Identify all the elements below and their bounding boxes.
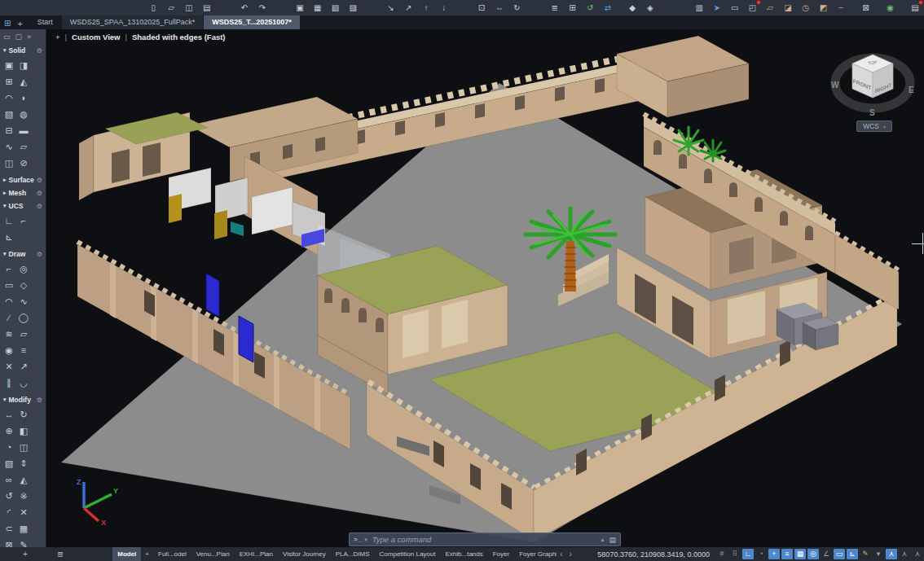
wedge-icon[interactable]: ◨ [16,57,31,73]
file-tab[interactable]: WSDS25_T...20251007* [204,15,300,29]
circle-icon[interactable]: ◎ [16,261,31,277]
wcs-dropdown[interactable]: WCS ▾ [856,121,892,132]
orbit-icon[interactable]: ↻ [511,2,523,14]
ellipse-icon[interactable]: ◯ [16,309,31,326]
export-icon[interactable]: ↗ [403,2,415,14]
print-icon[interactable]: ▣ [294,2,306,14]
expand-history-icon[interactable]: ▴ [601,536,604,543]
ucs-face-icon[interactable]: ⊾ [2,229,16,245]
new-drawing-tab-icon[interactable]: + [17,19,22,28]
help-book-icon[interactable]: ▥ [693,2,706,14]
ucs-icon[interactable]: ∟ [2,213,16,229]
wipeout-icon[interactable]: ▱ [16,326,31,342]
share-icon[interactable]: ⇄ [602,2,614,14]
slice-icon[interactable]: ▬ [16,122,31,138]
move-3d-icon[interactable]: ⇕ [16,455,31,471]
divider-icon[interactable]: − [835,2,847,14]
point-icon[interactable]: ✕ [2,358,16,375]
line-icon[interactable]: ∕ [2,309,16,326]
page-setup-icon[interactable]: ▧ [329,2,341,14]
drawing-alt-icon[interactable]: ◩ [817,2,829,14]
annotation-visibility-icon[interactable]: ✎ [860,549,871,559]
plot-icon[interactable]: ▦ [311,2,323,14]
recent-files-icon[interactable]: ◷ [799,2,812,14]
layout-frame-icon[interactable]: ⊠ [860,2,872,14]
ortho-icon[interactable]: ∟ [742,549,754,559]
command-line[interactable]: >_ ▾ Type a command ▴ ▤ [349,533,621,546]
extrude-face-icon[interactable]: ◧ [16,423,31,439]
layout-tab[interactable]: Model [112,547,141,561]
display-icon[interactable]: ▭ [728,2,741,14]
rotate-3d-icon[interactable]: ↺ [2,488,16,504]
presspull-icon[interactable]: ▧ [2,106,16,122]
section-plane-icon[interactable]: ⊘ [16,155,31,171]
scroll-left-icon[interactable]: ‹ [557,550,565,559]
publish-icon[interactable]: ▨ [347,2,359,14]
layout-tab[interactable]: Foyer Graphics [514,547,557,561]
interfere-icon[interactable]: ◫ [2,155,16,171]
dome-icon[interactable]: ◠ [2,90,16,106]
move-icon[interactable]: ↔ [2,406,16,423]
layout-tab[interactable]: PLA...DIMS [331,547,375,561]
annoautoscale-dropdown-icon[interactable]: ▾ [873,549,884,559]
app-menu-icon[interactable]: ⊞ [4,19,11,28]
new-file-icon[interactable]: ▯ [147,2,160,14]
overflow-chevrons-icon[interactable]: » [27,33,31,41]
customize-icon[interactable]: ▤ [609,536,616,544]
ucs-origin-icon[interactable]: ⌐ [16,213,31,229]
subtract-icon[interactable]: ⊟ [2,122,16,138]
revision-cloud-icon[interactable]: ◡ [16,375,31,391]
align-3d-icon[interactable]: ⊠ [2,537,16,547]
rotate-icon[interactable]: ↻ [16,406,31,423]
viewport-restore-icon[interactable]: ▭ [3,33,11,41]
layout-tab[interactable]: Exhib...tands [440,547,487,561]
offset-icon[interactable]: ⊂ [2,520,16,537]
pan-icon[interactable]: ⇔ [493,2,505,14]
import-icon[interactable]: ↘ [385,2,397,14]
layout-tab[interactable]: + [141,547,153,561]
explode-icon[interactable]: ※ [16,488,31,504]
redo-icon[interactable]: ↷ [256,2,268,14]
gear-icon[interactable]: ⚙ [37,397,42,404]
ucs-icon[interactable]: ⊾ [847,549,858,559]
snap-mode-icon[interactable]: ⠿ [729,549,741,559]
autodesk-connect-icon[interactable]: ◉ [884,2,896,14]
view-name-control[interactable]: Custom View [72,33,120,42]
batch-plot-icon[interactable]: ◈ [645,2,657,14]
polygon-icon[interactable]: ◇ [16,277,31,293]
sheet-icon[interactable]: ▱ [764,2,777,14]
visual-style-control[interactable]: Shaded with edges (Fast) [132,33,226,42]
osnap-3d-icon[interactable]: ◎ [807,549,819,559]
mirror-3d-icon[interactable]: ◭ [16,471,31,488]
undo-icon[interactable]: ↶ [239,2,251,14]
palette-section-header-ucs[interactable]: ▾ UCS ⚙ [0,200,46,212]
erase-icon[interactable]: ✎ [16,537,31,547]
chevron-down-icon[interactable]: ▾ [364,537,367,543]
scroll-right-icon[interactable]: › [566,550,575,559]
polar-tracking-icon[interactable]: + [768,549,780,559]
helix-icon[interactable]: ≋ [2,326,16,342]
status-add-icon[interactable]: + [23,550,28,559]
layout-tab[interactable]: Competition Layout [375,547,441,561]
drawing-viewport[interactable]: + | Custom View | Shaded with edges (Fas… [46,29,924,547]
zoom-window-icon[interactable]: ⊡ [476,2,488,14]
arc-icon[interactable]: ◠ [2,293,16,309]
layout-tab[interactable]: Visitor Journey [278,547,331,561]
cylinder-icon[interactable]: ◗ [16,90,31,106]
gear-icon[interactable]: ⚙ [37,190,42,197]
lasso-icon[interactable]: ∞ [2,471,16,488]
palette-section-header-mesh[interactable]: ▸ Mesh ⚙ [0,187,46,199]
layout-tab[interactable]: EXHI...Plan [235,547,278,561]
layout-tab[interactable]: Full...odel [153,547,191,561]
layout-tab[interactable]: Venu...Plan [191,547,235,561]
array-polar-icon[interactable]: ⊕ [2,423,16,439]
construction-line-icon[interactable]: ∥ [2,375,16,391]
save-icon[interactable]: ◫ [183,2,196,14]
annotation-scale-icon[interactable]: ⋏ [886,549,897,559]
layout-tab[interactable]: Foyer [488,547,514,561]
sweep-icon[interactable]: ∿ [2,138,16,155]
polyline-icon[interactable]: ⌐ [2,261,16,277]
clean-screen-icon[interactable]: ⋏ [912,549,923,559]
object-snap-icon[interactable]: ▦ [794,549,806,559]
polysolid-icon[interactable]: ▱ [16,138,31,155]
